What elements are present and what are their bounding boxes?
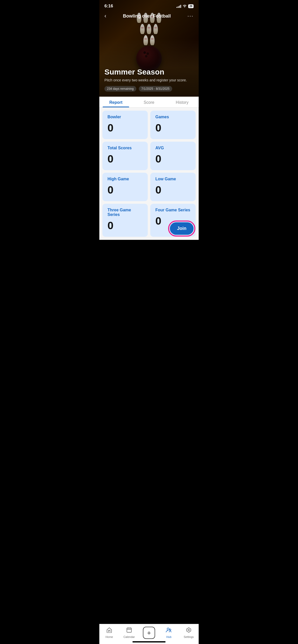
stat-value-avg: 0 — [155, 153, 191, 165]
stats-grid: Bowler 0 Games 0 Total Scores 0 AVG 0 Hi… — [102, 111, 196, 237]
wifi-icon — [183, 4, 187, 8]
stat-label-four-game: Four Game Series — [155, 208, 191, 212]
join-overlay: Join — [170, 222, 194, 235]
tab-score[interactable]: Score — [132, 97, 166, 107]
status-icons: 29 — [177, 4, 194, 8]
stat-value-low-game: 0 — [155, 184, 191, 196]
stat-card-low-game: Low Game 0 — [150, 173, 196, 201]
stat-value-games: 0 — [155, 122, 191, 134]
stat-label-total-scores: Total Scores — [107, 146, 143, 150]
stat-card-high-game: High Game 0 — [102, 173, 148, 201]
tab-bar: Report Score History — [99, 97, 199, 108]
more-options-button[interactable]: ··· — [187, 13, 194, 19]
stat-card-total-scores: Total Scores 0 — [102, 142, 148, 170]
content-area: Bowler 0 Games 0 Total Scores 0 AVG 0 Hi… — [99, 108, 199, 260]
hero-nav: ‹ Bowling over Football ··· — [99, 13, 199, 19]
stat-card-avg: AVG 0 — [150, 142, 196, 170]
stat-card-games: Games 0 — [150, 111, 196, 139]
tab-report[interactable]: Report — [99, 97, 132, 107]
stat-card-bowler: Bowler 0 — [102, 111, 148, 139]
stat-card-four-game: Four Game Series 0 Join — [150, 204, 196, 237]
signal-icon — [177, 5, 181, 8]
back-button[interactable]: ‹ — [104, 13, 106, 19]
season-title: Summer Season — [104, 68, 194, 76]
status-bar: 6:16 29 — [99, 0, 199, 11]
hero-section: ‹ Bowling over Football ··· Summer Seaso… — [99, 0, 199, 97]
date-range-badge: 7/1/2025 - 8/31/2025 — [139, 86, 172, 92]
season-meta: 234 days remaining 7/1/2025 - 8/31/2025 — [104, 86, 194, 92]
join-button[interactable]: Join — [170, 222, 194, 235]
stat-value-bowler: 0 — [107, 122, 143, 134]
page-title: Bowling over Football — [123, 13, 171, 19]
stat-card-three-game: Three Game Series 0 — [102, 204, 148, 237]
status-time: 6:16 — [104, 4, 113, 9]
stat-value-total-scores: 0 — [107, 153, 143, 165]
stat-label-games: Games — [155, 115, 191, 119]
stat-label-high-game: High Game — [107, 177, 143, 181]
battery-icon: 29 — [188, 4, 194, 8]
hero-content: Summer Season Pitch once every two weeks… — [104, 68, 194, 92]
stat-label-bowler: Bowler — [107, 115, 143, 119]
stat-value-high-game: 0 — [107, 184, 143, 196]
stat-label-low-game: Low Game — [155, 177, 191, 181]
stat-label-three-game: Three Game Series — [107, 208, 143, 217]
stat-label-avg: AVG — [155, 146, 191, 150]
days-remaining-badge: 234 days remaining — [104, 86, 136, 92]
stat-value-three-game: 0 — [107, 219, 143, 232]
tab-history[interactable]: History — [166, 97, 199, 107]
season-description: Pitch once every two weeks and register … — [104, 78, 194, 83]
stats-section: Bowler 0 Games 0 Total Scores 0 AVG 0 Hi… — [99, 108, 199, 240]
